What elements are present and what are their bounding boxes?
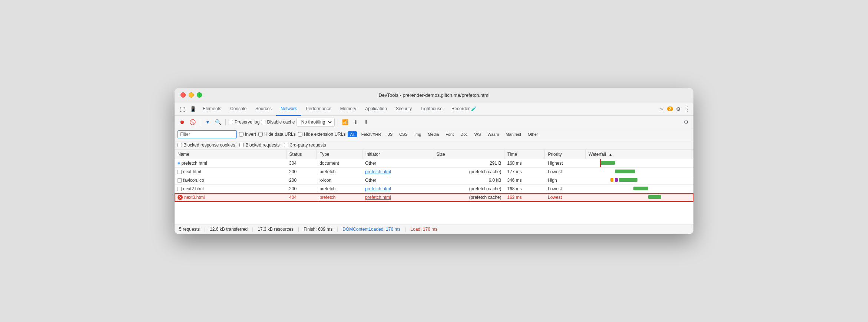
clear-button[interactable]: 🚫 [188, 118, 197, 126]
table-row[interactable]: next.html 200 prefetch prefetch.html (pr… [175, 168, 693, 176]
col-waterfall[interactable]: Waterfall ▲ [585, 150, 693, 159]
throttle-select[interactable]: No throttling Fast 3G Slow 3G [298, 118, 333, 126]
col-time[interactable]: Time [504, 150, 544, 159]
more-tabs-button[interactable]: » [659, 106, 664, 112]
filter-type-all[interactable]: All [348, 131, 357, 137]
tabs-right: » 2 ⚙ ⋮ [659, 105, 690, 113]
close-button[interactable] [180, 92, 186, 98]
inspect-icon[interactable]: ⬚ [178, 105, 188, 112]
tab-lighthouse[interactable]: Lighthouse [416, 102, 447, 116]
col-size[interactable]: Size [433, 150, 504, 159]
cell-name: next.html [175, 168, 286, 176]
col-name[interactable]: Name [175, 150, 286, 159]
minimize-button[interactable] [189, 92, 194, 98]
sort-arrow: ▲ [609, 152, 612, 157]
hide-ext-urls-checkbox[interactable] [298, 132, 302, 137]
record-button[interactable]: ⏺ [178, 118, 186, 126]
checkbox-icon [178, 170, 182, 174]
tab-console[interactable]: Console [226, 102, 251, 116]
waterfall-bar-1 [600, 161, 615, 165]
cell-time: 346 ms [504, 176, 544, 185]
table-row-error[interactable]: ✕ next3.html 404 prefetch prefetch.html … [175, 193, 693, 202]
filter-type-doc[interactable]: Doc [458, 131, 470, 137]
cell-initiator: prefetch.html [362, 185, 433, 193]
blocked-cookies-checkbox[interactable] [178, 143, 182, 147]
filter-type-ws[interactable]: WS [472, 131, 483, 137]
more-options-icon[interactable]: ⋮ [684, 105, 690, 113]
search-button[interactable]: 🔍 [213, 118, 222, 126]
preserve-log-checkbox[interactable] [229, 120, 233, 124]
cell-name: ≡ prefetch.html [175, 159, 286, 168]
cell-initiator: prefetch.html [362, 168, 433, 176]
cell-status: 200 [286, 185, 317, 193]
cell-initiator: prefetch.html [362, 193, 433, 202]
doc-icon: ≡ [178, 161, 180, 165]
filter-type-manifest[interactable]: Manifest [503, 131, 523, 137]
filter-input[interactable] [178, 130, 237, 138]
cell-waterfall [585, 185, 693, 193]
invert-label[interactable]: Invert [239, 132, 256, 137]
col-initiator[interactable]: Initiator [362, 150, 433, 159]
settings-icon[interactable]: ⚙ [676, 106, 681, 112]
tab-memory[interactable]: Memory [336, 102, 361, 116]
blocked-requests-label[interactable]: Blocked requests [239, 142, 279, 148]
invert-checkbox[interactable] [239, 132, 243, 137]
tab-application[interactable]: Application [361, 102, 391, 116]
red-line [600, 159, 601, 167]
filter-type-fetch[interactable]: Fetch/XHR [359, 131, 384, 137]
table-row[interactable]: favicon.ico 200 x-icon Other 6.0 kB 346 … [175, 176, 693, 185]
waterfall-bar-3a [610, 178, 613, 182]
col-type[interactable]: Type [317, 150, 362, 159]
disable-cache-checkbox[interactable] [261, 120, 265, 124]
cell-size: 291 B [433, 159, 504, 168]
status-finish: Finish: 689 ms [304, 227, 332, 232]
tab-elements[interactable]: Elements [198, 102, 226, 116]
filter-type-js[interactable]: JS [386, 131, 395, 137]
filter-type-other[interactable]: Other [526, 131, 540, 137]
table-row[interactable]: next2.html 200 prefetch prefetch.html (p… [175, 185, 693, 193]
cell-time: 168 ms [504, 185, 544, 193]
filter-type-img[interactable]: Img [412, 131, 423, 137]
filter-row: Invert Hide data URLs Hide extension URL… [175, 128, 693, 140]
blocked-requests-checkbox[interactable] [239, 143, 244, 147]
tab-recorder[interactable]: Recorder 🧪 [447, 102, 481, 116]
cell-waterfall [585, 193, 693, 202]
download-icon[interactable]: ⬇ [362, 118, 371, 126]
cell-status: 404 [286, 193, 317, 202]
initiator-link-error[interactable]: prefetch.html [365, 195, 391, 200]
col-status[interactable]: Status [286, 150, 317, 159]
filter-type-wasm[interactable]: Wasm [486, 131, 501, 137]
initiator-link[interactable]: prefetch.html [365, 186, 391, 191]
network-settings-icon[interactable]: ⚙ [682, 118, 690, 126]
filter-type-css[interactable]: CSS [397, 131, 410, 137]
blocked-row: Blocked response cookies Blocked request… [175, 140, 693, 150]
third-party-label[interactable]: 3rd-party requests [284, 142, 326, 148]
tab-sources[interactable]: Sources [251, 102, 276, 116]
maximize-button[interactable] [197, 92, 202, 98]
cell-initiator: Other [362, 176, 433, 185]
wifi-icon[interactable]: 📶 [341, 118, 350, 126]
blocked-cookies-label[interactable]: Blocked response cookies [178, 142, 235, 148]
initiator-link[interactable]: prefetch.html [365, 169, 391, 174]
col-priority[interactable]: Priority [545, 150, 585, 159]
network-table: Name Status Type Initiator Size Time Pri… [175, 150, 693, 224]
hide-ext-urls-label[interactable]: Hide extension URLs [298, 132, 346, 137]
preserve-log-label[interactable]: Preserve log [229, 119, 259, 125]
tab-performance[interactable]: Performance [301, 102, 336, 116]
hide-data-urls-checkbox[interactable] [258, 132, 263, 137]
cell-initiator: Other [362, 159, 433, 168]
tab-security[interactable]: Security [391, 102, 416, 116]
filter-type-media[interactable]: Media [425, 131, 441, 137]
disable-cache-label[interactable]: Disable cache [261, 119, 295, 125]
cell-size: (prefetch cache) [433, 168, 504, 176]
tab-network[interactable]: Network [276, 102, 301, 116]
filter-icon[interactable]: ▾ [203, 118, 212, 126]
hide-data-urls-label[interactable]: Hide data URLs [258, 132, 296, 137]
table-row[interactable]: ≡ prefetch.html 304 document Other 291 B… [175, 159, 693, 168]
upload-icon[interactable]: ⬆ [351, 118, 360, 126]
third-party-checkbox[interactable] [284, 143, 288, 147]
filter-type-font[interactable]: Font [443, 131, 456, 137]
separator-1 [200, 119, 200, 125]
separator-3 [338, 119, 338, 125]
device-icon[interactable]: 📱 [188, 106, 198, 112]
